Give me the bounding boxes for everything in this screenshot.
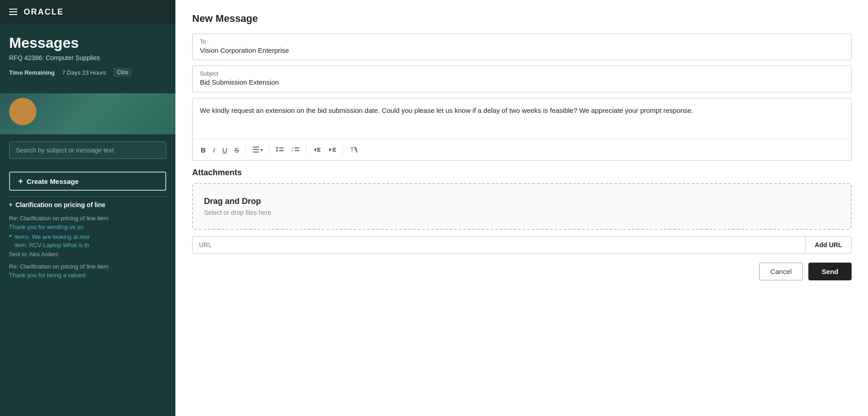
rich-text-container: We kindly request an extension on the bi… xyxy=(192,98,852,161)
svg-point-0 xyxy=(276,147,278,149)
separator xyxy=(306,145,306,154)
numbered-list-button[interactable]: 1.2. xyxy=(289,144,302,155)
top-bar: ORACLE xyxy=(0,0,175,24)
bold-button[interactable]: B xyxy=(198,144,209,156)
time-label: Time Remaining xyxy=(9,69,55,76)
bullet-list-button[interactable] xyxy=(273,144,287,155)
subject-input[interactable] xyxy=(200,78,844,86)
add-url-button[interactable]: Add URL xyxy=(805,236,852,254)
italic-button[interactable]: I xyxy=(210,144,218,156)
toolbar: B I U S ☰ ▾ 1.2. xyxy=(193,139,851,160)
svg-marker-12 xyxy=(329,148,332,152)
svg-marker-8 xyxy=(314,148,316,152)
hamburger-icon[interactable] xyxy=(9,9,17,15)
indent-increase-button[interactable] xyxy=(326,144,339,155)
oracle-logo: ORACLE xyxy=(24,7,64,17)
cancel-button[interactable]: Cancel xyxy=(759,263,803,280)
deco-area xyxy=(0,93,175,134)
msg1-sent: Sent to: Alex Anders xyxy=(9,251,166,258)
search-area xyxy=(0,134,175,166)
svg-rect-10 xyxy=(317,149,320,150)
chevron-icon: ▾ xyxy=(9,202,12,208)
svg-text:2.: 2. xyxy=(291,149,294,152)
drag-drop-subtitle: Select or drop files here. xyxy=(204,209,840,216)
time-value: 7 Days 23 Hours xyxy=(62,69,106,76)
to-label: To xyxy=(200,39,844,45)
svg-text:T: T xyxy=(350,146,354,153)
msg1-link1[interactable]: Thank you for sending us yo xyxy=(9,223,166,231)
rfq-subtitle: RFQ 42386: Computer Supplies xyxy=(9,54,166,61)
msg1-link3[interactable]: item: RCV-Laptop What is th xyxy=(15,241,90,249)
list-item: Re: Clarification on pricing of line ite… xyxy=(9,260,166,282)
msg1-link2[interactable]: items. We are looking at mor xyxy=(15,233,90,241)
left-content: Messages RFQ 42386: Computer Supplies Ti… xyxy=(0,24,175,93)
msg2-link[interactable]: Thank you for being a valued xyxy=(9,271,166,279)
close-badge: Clos xyxy=(113,68,132,77)
plus-icon: + xyxy=(18,177,23,185)
right-panel: New Message To Vision Corporation Enterp… xyxy=(175,0,868,416)
create-message-label: Create Message xyxy=(27,178,79,185)
drag-drop-title: Drag and Drop xyxy=(204,197,840,206)
bullet-icon: ● xyxy=(9,233,12,238)
svg-rect-11 xyxy=(317,151,321,152)
drop-zone[interactable]: Drag and Drop Select or drop files here. xyxy=(192,183,852,230)
strikethrough-button[interactable]: S xyxy=(232,144,242,156)
to-value: Vision Corporation Enterprise xyxy=(200,46,844,54)
modal-container: New Message To Vision Corporation Enterp… xyxy=(175,0,868,416)
url-row: Add URL xyxy=(192,236,852,254)
align-button[interactable]: ☰ ▾ xyxy=(250,143,266,157)
svg-rect-3 xyxy=(279,150,284,151)
attachments-title: Attachments xyxy=(192,168,852,178)
svg-rect-9 xyxy=(317,148,321,149)
separator xyxy=(343,145,343,154)
action-row: Cancel Send xyxy=(192,263,852,280)
send-button[interactable]: Send xyxy=(808,263,852,280)
svg-point-2 xyxy=(276,150,278,152)
svg-rect-13 xyxy=(332,148,336,149)
left-panel: ORACLE Messages RFQ 42386: Computer Supp… xyxy=(0,0,175,416)
svg-rect-1 xyxy=(279,147,284,148)
create-message-button[interactable]: + Create Message xyxy=(9,172,166,191)
page-title: Messages xyxy=(9,35,166,51)
indent-decrease-button[interactable] xyxy=(310,144,324,155)
deco-circle xyxy=(9,98,36,125)
to-field-group: To Vision Corporation Enterprise xyxy=(192,34,852,60)
modal-title: New Message xyxy=(192,13,852,25)
clear-format-button[interactable]: T xyxy=(347,144,361,155)
subject-field-group: Subject xyxy=(192,66,852,92)
svg-rect-5 xyxy=(295,147,299,148)
message-section: ▾ Clarification on pricing of line Re: C… xyxy=(0,196,175,282)
svg-rect-15 xyxy=(332,151,336,152)
time-row: Time Remaining 7 Days 23 Hours Clos xyxy=(9,68,166,77)
underline-button[interactable]: U xyxy=(220,144,230,156)
svg-rect-7 xyxy=(295,150,299,151)
separator xyxy=(269,145,270,154)
message-body[interactable]: We kindly request an extension on the bi… xyxy=(193,98,851,139)
url-input[interactable] xyxy=(192,236,805,254)
section-title: Clarification on pricing of line xyxy=(15,201,106,208)
separator xyxy=(245,145,246,154)
msg2-label: Re: Clarification on pricing of line ite… xyxy=(9,263,166,270)
subject-label: Subject xyxy=(200,71,844,77)
svg-rect-14 xyxy=(332,149,335,150)
msg1-label: Re: Clarification on pricing of line ite… xyxy=(9,215,166,222)
list-item: Re: Clarification on pricing of line ite… xyxy=(9,212,166,260)
section-header: ▾ Clarification on pricing of line xyxy=(9,196,166,212)
search-input[interactable] xyxy=(9,142,166,159)
